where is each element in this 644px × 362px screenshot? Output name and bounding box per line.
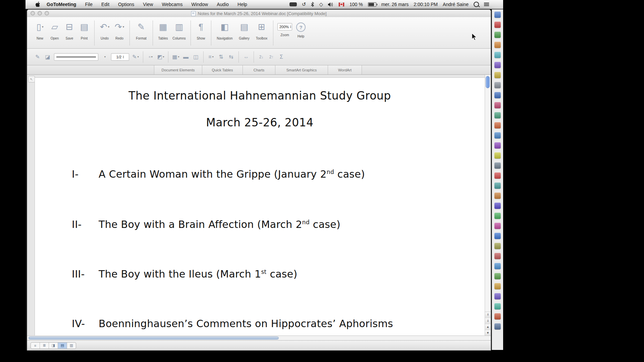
sort-descending-button[interactable]: 2↑ bbox=[267, 53, 275, 61]
vertical-scrollbar[interactable]: ⇑ ⇓ ▲ ▼ bbox=[485, 75, 491, 336]
save-button[interactable]: ⊟ Save bbox=[62, 20, 77, 40]
dock-icon[interactable] bbox=[494, 142, 501, 148]
sort-ascending-button[interactable]: 2↓ bbox=[257, 53, 265, 61]
dock-icon[interactable] bbox=[494, 52, 501, 58]
help-button[interactable]: ? Help bbox=[293, 20, 308, 38]
dock-icon[interactable] bbox=[494, 42, 501, 48]
autofit-button[interactable]: ⇔ bbox=[242, 53, 250, 61]
dock-icon[interactable] bbox=[494, 32, 501, 38]
stepper-icon[interactable]: ▴▾ bbox=[290, 25, 291, 28]
menu-edit[interactable]: Edit bbox=[97, 0, 114, 9]
dock-icon[interactable] bbox=[494, 11, 501, 18]
menu-view[interactable]: View bbox=[139, 0, 157, 9]
vertical-scrollbar-thumb[interactable] bbox=[486, 76, 490, 88]
redo-button[interactable]: ↷▾ Redo bbox=[112, 20, 127, 40]
shading-button[interactable]: ◩▾ bbox=[157, 53, 165, 61]
menu-webcams[interactable]: Webcams bbox=[157, 0, 187, 9]
dock-icon[interactable] bbox=[494, 182, 501, 189]
dock-icon[interactable] bbox=[494, 223, 501, 229]
menu-gotomeeting[interactable]: GoToMeeting bbox=[42, 0, 80, 9]
battery-icon[interactable] bbox=[368, 2, 376, 7]
dock-icon[interactable] bbox=[494, 122, 501, 128]
zoom-window-button[interactable] bbox=[45, 11, 49, 15]
screen-sharing-icon[interactable] bbox=[289, 2, 297, 6]
dock-icon[interactable] bbox=[494, 92, 501, 98]
menu-audio[interactable]: Audio bbox=[212, 0, 233, 9]
line-style-chevron[interactable]: ▾ bbox=[101, 53, 109, 61]
draw-table-button[interactable]: ✎ bbox=[34, 53, 42, 61]
dock-icon[interactable] bbox=[494, 283, 501, 289]
dock-icon[interactable] bbox=[494, 82, 501, 88]
stepper-icon[interactable]: ▴▾ bbox=[123, 55, 124, 59]
new-document-button[interactable]: ▯▾ New bbox=[33, 20, 47, 40]
align-cells-button[interactable]: ≡▾ bbox=[207, 53, 215, 61]
view-outline-button[interactable]: ≣ bbox=[40, 343, 49, 349]
dock-icon[interactable] bbox=[494, 273, 501, 279]
eraser-button[interactable]: ◪ bbox=[44, 53, 52, 61]
notification-center-icon[interactable] bbox=[484, 3, 489, 6]
dock-icon[interactable] bbox=[494, 253, 501, 259]
border-color-button[interactable]: ✎▾ bbox=[131, 53, 140, 61]
distribute-rows-button[interactable]: ⇅ bbox=[217, 53, 225, 61]
tab-document-elements[interactable]: Document Elements bbox=[154, 65, 202, 74]
tab-wordart[interactable]: WordArt bbox=[328, 65, 362, 74]
time-machine-icon[interactable]: ↺ bbox=[302, 1, 306, 7]
window-title-bar[interactable]: Notes for the March 25-26, 2014 Webinar.… bbox=[27, 10, 491, 17]
dock-icon[interactable] bbox=[494, 72, 501, 78]
tab-smartart-graphics[interactable]: SmartArt Graphics bbox=[275, 65, 328, 74]
dock-icon[interactable] bbox=[494, 313, 501, 319]
show-button[interactable]: ¶ Show bbox=[194, 20, 208, 40]
view-publishing-button[interactable]: ◨ bbox=[49, 343, 58, 349]
menu-date[interactable]: mer. 26 mars bbox=[381, 2, 409, 7]
scroll-up-button[interactable]: ▲ bbox=[485, 324, 491, 329]
gallery-button[interactable]: ▤ Gallery bbox=[235, 20, 253, 40]
menu-window[interactable]: Window bbox=[187, 0, 212, 9]
merge-cells-button[interactable]: ▬ bbox=[182, 53, 190, 61]
close-button[interactable] bbox=[31, 11, 35, 15]
dock-icon[interactable] bbox=[494, 172, 501, 179]
menu-file[interactable]: File bbox=[80, 0, 97, 9]
format-button[interactable]: ✎ Format bbox=[132, 20, 150, 40]
toolbox-button[interactable]: ⊞ Toolbox bbox=[253, 20, 270, 40]
undo-button[interactable]: ↶▾ Undo bbox=[97, 20, 112, 40]
scroll-down-button[interactable]: ▼ bbox=[485, 330, 491, 336]
line-style-dropdown[interactable] bbox=[54, 53, 98, 61]
browse-previous-button[interactable]: ⇑ bbox=[485, 312, 491, 317]
navigation-button[interactable]: ◧ Navigation bbox=[214, 20, 235, 40]
dock-icon[interactable] bbox=[494, 243, 501, 249]
dock-icon[interactable] bbox=[494, 323, 501, 329]
menu-clock[interactable]: 2:00:10 PM bbox=[414, 2, 438, 7]
print-button[interactable]: ▤ Print bbox=[77, 20, 92, 40]
spotlight-search-icon[interactable] bbox=[474, 2, 479, 7]
menu-options[interactable]: Options bbox=[114, 0, 139, 9]
document-proxy-icon[interactable] bbox=[191, 11, 196, 16]
horizontal-scrollbar-thumb[interactable] bbox=[29, 337, 279, 340]
dock-icon[interactable] bbox=[494, 233, 501, 239]
distribute-columns-button[interactable]: ⇆ bbox=[227, 53, 235, 61]
line-weight-dropdown[interactable]: 1/2 ▴▾ bbox=[111, 53, 129, 61]
columns-button[interactable]: ▥ Columns bbox=[170, 20, 188, 40]
dock-icon[interactable] bbox=[494, 152, 501, 159]
view-notebook-button[interactable]: ▥ bbox=[67, 343, 76, 349]
dock-icon[interactable] bbox=[494, 112, 501, 118]
insert-table-button[interactable]: ▦▾ bbox=[172, 53, 180, 61]
bluetooth-icon[interactable] bbox=[311, 2, 314, 7]
dock-icon[interactable] bbox=[494, 303, 501, 309]
volume-icon[interactable] bbox=[328, 2, 333, 7]
zoom-control[interactable]: 200% ▴▾ Zoom bbox=[276, 20, 293, 37]
dock-icon[interactable] bbox=[494, 132, 501, 138]
tables-button[interactable]: ▦ Tables bbox=[156, 20, 170, 40]
tab-charts[interactable]: Charts bbox=[243, 65, 275, 74]
dock-icon[interactable] bbox=[494, 213, 501, 219]
menu-help[interactable]: Help bbox=[233, 0, 252, 9]
borders-button[interactable]: ▫▾ bbox=[147, 53, 155, 61]
minimize-button[interactable] bbox=[38, 11, 42, 15]
open-button[interactable]: ▱ Open bbox=[47, 20, 62, 40]
zoom-dropdown[interactable]: 200% ▴▾ bbox=[277, 23, 292, 31]
dock-icon[interactable] bbox=[494, 162, 501, 169]
input-language-flag-icon[interactable] bbox=[338, 2, 344, 7]
apple-menu[interactable] bbox=[36, 2, 40, 7]
browse-next-button[interactable]: ⇓ bbox=[485, 318, 491, 323]
view-print-layout-button[interactable]: ▤ bbox=[58, 343, 67, 349]
dock-icon[interactable] bbox=[494, 102, 501, 108]
